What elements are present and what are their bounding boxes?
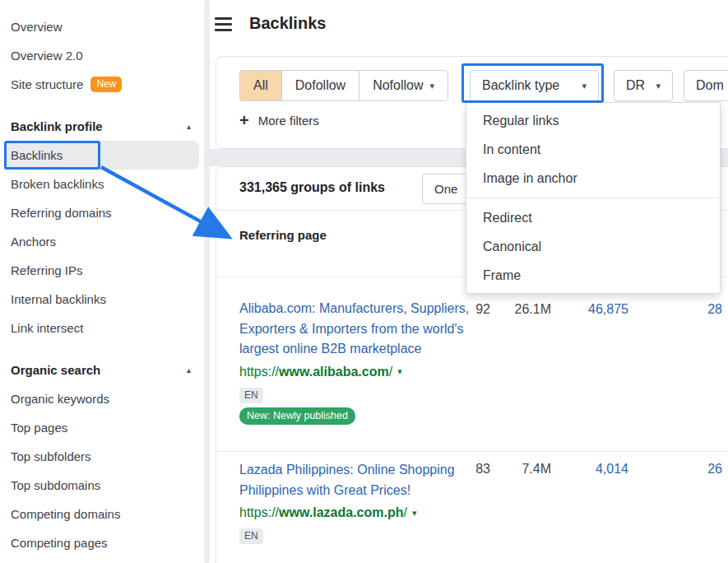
url-path: / xyxy=(403,505,406,520)
follow-filter-segmented-control: All Dofollow Nofollow ▾ xyxy=(239,70,448,101)
metric-value: 7.4M xyxy=(500,462,551,477)
collapse-up-icon: ▴ xyxy=(187,122,191,131)
caret-down-icon: ▾ xyxy=(656,81,661,91)
metric-value: 92 xyxy=(451,302,490,317)
page-title: Backlinks xyxy=(249,14,326,33)
sidebar-section-label: Backlink profile xyxy=(11,119,103,133)
referring-page-title-link[interactable]: Alibaba.com: Manufacturers, Suppliers, E… xyxy=(239,299,470,360)
sidebar-item-overview-2[interactable]: Overview 2.0 xyxy=(0,41,202,70)
menu-item-frame[interactable]: Frame xyxy=(466,261,720,290)
sidebar-section-backlink-profile[interactable]: Backlink profile ▴ xyxy=(0,112,202,141)
sidebar-item-label: Competing pages xyxy=(11,536,108,550)
table-row: Lazada Philippines: Online Shopping Phil… xyxy=(216,452,728,563)
url-domain: www.alibaba.com xyxy=(279,365,389,379)
sidebar-item-label: Overview xyxy=(11,20,63,34)
sidebar-item-label: Overview 2.0 xyxy=(11,49,83,63)
filter-nofollow-button[interactable]: Nofollow ▾ xyxy=(359,70,448,101)
caret-down-icon: ▾ xyxy=(430,81,435,91)
language-badge: EN xyxy=(239,388,263,403)
sidebar-item-label: Internal backlinks xyxy=(11,292,106,306)
referring-page-cell: Alibaba.com: Manufacturers, Suppliers, E… xyxy=(239,299,470,425)
menu-item-image-in-anchor[interactable]: Image in anchor xyxy=(466,164,720,193)
sidebar-item-label: Top subdomains xyxy=(11,478,100,492)
table-row: Alibaba.com: Manufacturers, Suppliers, E… xyxy=(216,277,728,452)
sidebar-item-organic-keywords[interactable]: Organic keywords xyxy=(0,384,202,413)
referring-page-title-link[interactable]: Lazada Philippines: Online Shopping Phil… xyxy=(239,460,470,500)
url-domain: www.lazada.com.ph xyxy=(279,505,403,520)
sidebar-item-top-subdomains[interactable]: Top subdomains xyxy=(0,471,202,500)
sidebar-item-label: Referring domains xyxy=(11,206,112,220)
metric-value: 83 xyxy=(451,462,490,477)
collapse-up-icon: ▴ xyxy=(187,365,191,375)
backlinks-page: Overview Overview 2.0 Site structure New… xyxy=(0,0,728,563)
url-caret-down-icon[interactable]: ▾ xyxy=(397,366,402,377)
sidebar-scrollbar[interactable] xyxy=(204,0,210,563)
domain-label: Dom xyxy=(696,78,724,93)
newly-published-badge: New: Newly published xyxy=(239,407,355,425)
referring-page-url: https://www.lazada.com.ph/ ▾ xyxy=(239,503,470,523)
referring-page-cell: Lazada Philippines: Online Shopping Phil… xyxy=(239,460,470,544)
more-filters-label: More filters xyxy=(258,114,319,128)
dr-label: DR xyxy=(626,78,645,93)
menu-item-redirect[interactable]: Redirect xyxy=(466,203,720,232)
sidebar-item-label: Link intersect xyxy=(11,321,83,335)
metric-link[interactable]: 4,014 xyxy=(563,462,628,477)
sidebar-item-label: Top subfolders xyxy=(11,449,91,463)
sidebar-item-overview[interactable]: Overview xyxy=(0,12,202,41)
sidebar-item-anchors[interactable]: Anchors xyxy=(0,227,202,256)
plus-icon: + xyxy=(239,112,249,128)
url-path: / xyxy=(389,365,392,379)
metric-link[interactable]: 28 xyxy=(656,302,722,317)
sidebar-item-label: Referring IPs xyxy=(11,263,83,277)
sidebar-section-organic-search[interactable]: Organic search ▴ xyxy=(0,356,202,384)
new-badge: New xyxy=(90,77,122,92)
metric-link[interactable]: 46,875 xyxy=(563,302,628,317)
filter-dofollow-button[interactable]: Dofollow xyxy=(281,70,359,101)
sidebar-item-broken-backlinks[interactable]: Broken backlinks xyxy=(0,170,202,198)
language-badge: EN xyxy=(239,528,263,544)
sidebar-item-label: Broken backlinks xyxy=(11,177,104,191)
menu-item-in-content[interactable]: In content xyxy=(466,135,720,164)
sidebar-item-label: Organic keywords xyxy=(11,392,109,406)
backlink-type-label: Backlink type xyxy=(482,78,559,93)
filter-all-button[interactable]: All xyxy=(239,70,282,101)
sidebar-item-competing-pages[interactable]: Competing pages xyxy=(0,528,202,557)
menu-item-regular-links[interactable]: Regular links xyxy=(466,106,720,135)
sidebar-item-label: Backlinks xyxy=(11,148,63,162)
menu-icon[interactable] xyxy=(215,17,232,31)
sidebar-item-top-pages[interactable]: Top pages xyxy=(0,413,202,442)
sidebar-item-label: Anchors xyxy=(11,235,56,249)
url-scheme: https:// xyxy=(239,505,279,520)
sidebar: Overview Overview 2.0 Site structure New… xyxy=(0,0,202,563)
metric-link[interactable]: 26 xyxy=(656,462,722,477)
sidebar-item-referring-domains[interactable]: Referring domains xyxy=(0,198,202,227)
backlink-type-filter-button[interactable]: Backlink type ▾ xyxy=(470,70,599,101)
results-count: 331,365 groups of links xyxy=(239,180,385,195)
domain-filter-button[interactable]: Dom xyxy=(684,70,728,101)
sidebar-item-label: Competing domains xyxy=(11,507,120,521)
sidebar-item-competing-domains[interactable]: Competing domains xyxy=(0,500,202,528)
sidebar-item-link-intersect[interactable]: Link intersect xyxy=(0,314,202,342)
sidebar-item-site-structure[interactable]: Site structure New xyxy=(0,70,202,99)
sidebar-section-label: Organic search xyxy=(11,363,100,377)
sidebar-item-top-subfolders[interactable]: Top subfolders xyxy=(0,442,202,471)
metric-value: 26.1M xyxy=(500,302,551,317)
more-filters-button[interactable]: + More filters xyxy=(239,111,319,129)
dr-filter-button[interactable]: DR ▾ xyxy=(614,70,673,101)
sidebar-item-referring-ips[interactable]: Referring IPs xyxy=(0,256,202,285)
sidebar-item-internal-backlinks[interactable]: Internal backlinks xyxy=(0,285,202,314)
menu-divider xyxy=(466,198,720,198)
menu-item-canonical[interactable]: Canonical xyxy=(466,232,720,261)
sidebar-item-backlinks[interactable]: Backlinks xyxy=(5,141,199,170)
filter-nofollow-label: Nofollow xyxy=(373,78,423,93)
url-scheme: https:// xyxy=(239,365,279,379)
caret-down-icon: ▾ xyxy=(582,81,587,91)
url-caret-down-icon[interactable]: ▾ xyxy=(412,508,417,519)
referring-page-column-header: Referring page xyxy=(239,228,327,242)
sidebar-item-label: Site structure xyxy=(11,77,83,91)
referring-page-url: https://www.alibaba.com/ ▾ xyxy=(239,362,470,382)
backlink-type-dropdown: Regular links In content Image in anchor… xyxy=(466,102,721,294)
sidebar-item-label: Top pages xyxy=(11,421,67,435)
